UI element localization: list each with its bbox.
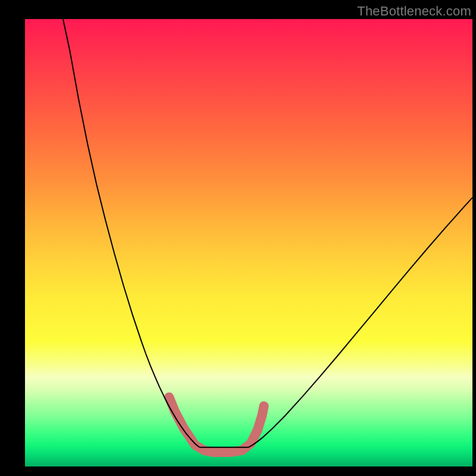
marker-band-path [169, 397, 264, 452]
plot-area [25, 19, 472, 466]
curve-left-path [63, 19, 199, 447]
watermark-label: TheBottleneck.com [357, 4, 471, 19]
curve-right-path [249, 198, 472, 447]
chart-svg [25, 19, 472, 466]
chart-frame: TheBottleneck.com [0, 0, 476, 476]
